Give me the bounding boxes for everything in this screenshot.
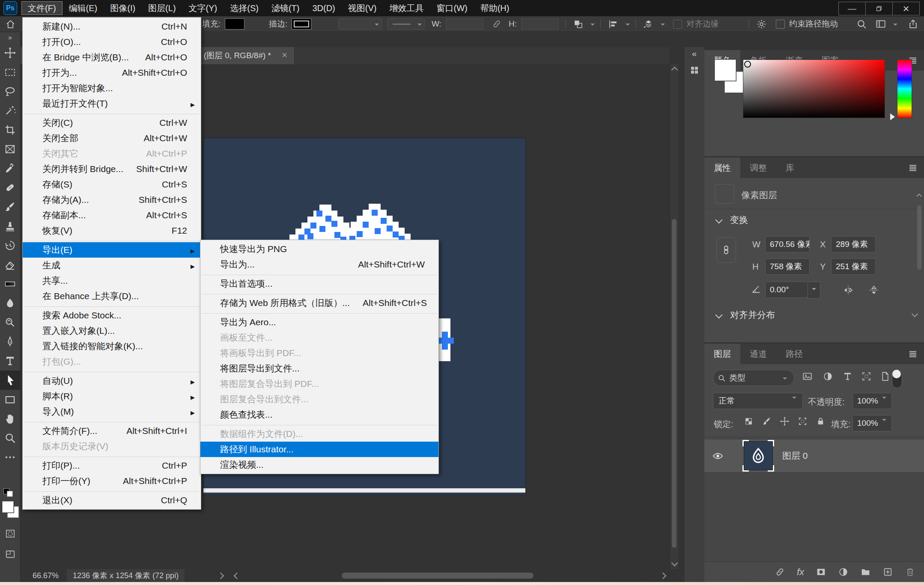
zoom-tool[interactable]	[0, 428, 20, 448]
menu-item[interactable]: 存储为(A)... Shift+Ctrl+S	[23, 192, 201, 208]
menu-item[interactable]: 图层复合导出到文件...	[200, 392, 438, 407]
eyedropper-tool[interactable]	[0, 159, 20, 178]
hue-slider[interactable]	[897, 59, 912, 118]
menu-item[interactable]: 新建(N)... Ctrl+N	[23, 19, 201, 34]
menu-item[interactable]: 打开为... Alt+Shift+Ctrl+O	[23, 65, 201, 80]
menu-item[interactable]: 将图层复合导出到 PDF...	[200, 376, 438, 392]
type-tool[interactable]	[0, 351, 20, 371]
lock-artboard-button[interactable]	[798, 416, 808, 426]
constrain-path-checkbox[interactable]	[776, 20, 785, 29]
menu-item[interactable]	[23, 369, 201, 373]
scroll-down-icon[interactable]	[671, 560, 678, 567]
layer-thumbnail[interactable]	[744, 441, 773, 470]
shape-width-input[interactable]	[446, 18, 483, 30]
new-group-button[interactable]	[860, 567, 871, 577]
menu-item[interactable]	[200, 422, 438, 426]
fill-swatch[interactable]	[225, 18, 244, 30]
panel-tab[interactable]: 图层	[704, 344, 740, 364]
menu-item[interactable]: 版本历史记录(V)	[23, 439, 201, 454]
frame-tool[interactable]	[0, 140, 20, 159]
menu-item[interactable]	[23, 111, 201, 115]
scroll-right-icon[interactable]	[660, 573, 667, 579]
eraser-tool[interactable]	[0, 255, 20, 274]
filter-smart-objects-button[interactable]	[880, 371, 891, 382]
menu-item[interactable]: 关闭全部 Alt+Ctrl+W	[23, 131, 201, 146]
menu-item[interactable]: 快速导出为 PNG	[200, 241, 438, 257]
foreground-color-swatch[interactable]	[2, 501, 14, 513]
menu-item[interactable]: 数据组作为文件(D)...	[200, 426, 438, 442]
status-menu-icon[interactable]	[218, 573, 224, 579]
menu-item[interactable]	[23, 454, 201, 458]
transform-height-input[interactable]: 758 像素	[765, 258, 810, 275]
menu-item[interactable]: 在 Behance 上共享(D)...	[23, 288, 201, 304]
menu-item[interactable]: 置入嵌入对象(L)...	[23, 323, 201, 339]
layer-style-button[interactable]: fx	[797, 567, 804, 577]
menu-item[interactable]: 脚本(R)	[23, 389, 201, 404]
opacity-input[interactable]: 100%	[852, 393, 892, 409]
link-layers-button[interactable]	[775, 567, 785, 577]
panel-tab[interactable]: 调整	[740, 157, 776, 178]
menu-item[interactable]: 渲染视频...	[200, 457, 438, 472]
menu-item[interactable]: 打包(G)...	[23, 354, 201, 369]
layer-filter-select[interactable]: 类型	[713, 370, 794, 386]
edit-toolbar[interactable]	[0, 448, 20, 467]
menu-item[interactable]	[200, 272, 438, 276]
path-operations-button[interactable]	[573, 16, 597, 32]
menu-item[interactable]	[200, 291, 438, 295]
menu-item[interactable]: 自动(U)	[23, 373, 201, 389]
pen-tool[interactable]	[0, 332, 20, 351]
angle-dropdown-button[interactable]	[808, 282, 820, 299]
flip-horizontal-icon[interactable]	[842, 284, 854, 296]
home-button[interactable]	[5, 16, 16, 32]
horizontal-scrollbar-thumb[interactable]	[342, 573, 534, 579]
saturation-brightness-field[interactable]	[743, 59, 885, 118]
collapse-panels-button[interactable]: «	[684, 47, 704, 60]
menu-item[interactable]: 在 Bridge 中浏览(B)... Alt+Ctrl+O	[23, 50, 201, 65]
layer-filter-toggle[interactable]	[891, 368, 902, 388]
menu-item[interactable]: 共享...	[23, 273, 201, 288]
new-adjustment-layer-button[interactable]	[838, 567, 849, 577]
section-collapse-icon[interactable]	[715, 312, 723, 319]
restore-button[interactable]	[865, 2, 893, 15]
share-button[interactable]	[908, 16, 918, 32]
collapsed-panel-button[interactable]	[684, 65, 704, 75]
menu-item[interactable]: 打开(O)... Ctrl+O	[23, 34, 201, 50]
hand-tool[interactable]	[0, 409, 20, 428]
foreground-color-swatch[interactable]	[715, 59, 736, 81]
move-tool[interactable]	[0, 43, 20, 62]
color-picker-marker[interactable]	[744, 61, 751, 68]
panel-menu-button[interactable]	[908, 349, 918, 359]
panel-menu-button[interactable]	[908, 163, 918, 173]
lasso-tool[interactable]	[0, 82, 20, 101]
constrain-proportions-button[interactable]	[716, 237, 736, 263]
transform-x-input[interactable]: 289 像素	[831, 236, 876, 252]
hue-slider-handle[interactable]	[890, 113, 898, 120]
screen-mode-button[interactable]	[0, 546, 20, 563]
layer-row[interactable]: 图层 0	[704, 439, 924, 472]
blur-tool[interactable]	[0, 294, 20, 313]
layer-visibility-button[interactable]	[704, 450, 731, 462]
menu-item[interactable]: 画板至文件...	[200, 330, 438, 345]
transform-width-input[interactable]: 670.56 像素	[765, 236, 810, 252]
menu-bar-item[interactable]: 滤镜(T)	[265, 1, 306, 15]
menu-bar-item[interactable]: 帮助(H)	[474, 1, 516, 15]
fill-input[interactable]: 100%	[852, 415, 892, 431]
scroll-up-icon[interactable]	[916, 193, 922, 199]
gradient-tool[interactable]	[0, 274, 20, 294]
menu-item[interactable]: 退出(X) Ctrl+Q	[23, 493, 201, 508]
new-layer-button[interactable]	[882, 567, 893, 577]
blend-mode-select[interactable]: 正常	[713, 393, 803, 409]
align-edges-checkbox[interactable]	[673, 20, 682, 29]
menu-item[interactable]: 置入链接的智能对象(K)...	[23, 339, 201, 354]
panel-scrollbar[interactable]	[916, 193, 922, 322]
menu-item[interactable]: 存储副本... Alt+Ctrl+S	[23, 208, 201, 223]
menu-bar-item[interactable]: 视图(V)	[342, 1, 383, 15]
minimize-button[interactable]: —	[838, 2, 866, 15]
menu-item[interactable]: 文件简介(F)... Alt+Shift+Ctrl+I	[23, 423, 201, 439]
close-button[interactable]: ×	[892, 2, 920, 15]
vertical-scrollbar-thumb[interactable]	[672, 219, 677, 548]
menu-bar-item[interactable]: 增效工具	[383, 1, 430, 15]
menu-item[interactable]: 导入(M)	[23, 404, 201, 419]
menu-item[interactable]: 打开为智能对象...	[23, 80, 201, 96]
panel-tab[interactable]: 路径	[776, 344, 812, 364]
